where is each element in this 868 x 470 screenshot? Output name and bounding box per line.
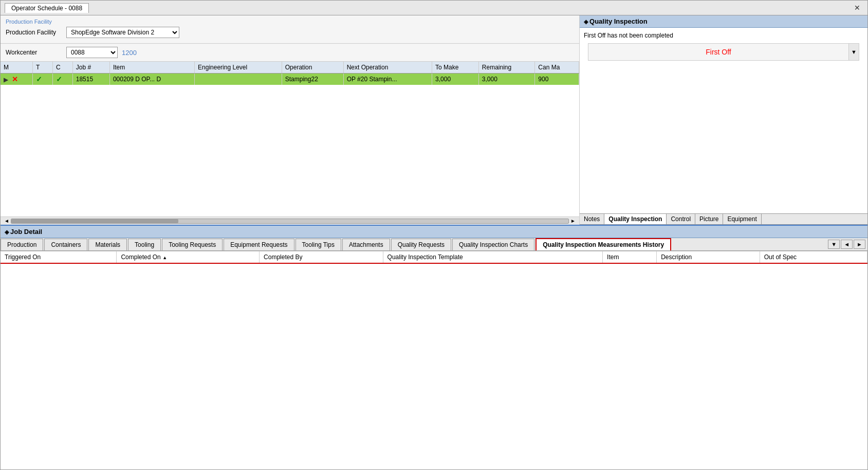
measurements-table-container: Triggered On Completed On ▲ Completed By… [1, 251, 867, 264]
table-row[interactable]: ▶ ✕ ✓ ✓ 18515 000209 D OP... D Stamping2… [1, 74, 579, 85]
tab-tooling[interactable]: Tooling [128, 239, 161, 250]
close-button[interactable]: ✕ [851, 3, 863, 13]
tab-equipment-requests[interactable]: Equipment Requests [224, 239, 294, 250]
tab-tooling-tips[interactable]: Tooling Tips [296, 239, 341, 250]
title-bar-left: Operator Schedule - 0088 [5, 3, 89, 13]
title-tab: Operator Schedule - 0088 [5, 3, 89, 13]
right-tabs: Notes Quality Inspection Control Picture… [580, 213, 867, 225]
tab-tooling-requests[interactable]: Tooling Requests [162, 239, 223, 250]
first-off-message: First Off has not been completed [584, 32, 863, 39]
workcenter-input[interactable]: 0088 [66, 47, 118, 58]
tab-quality-inspection[interactable]: Quality Inspection [604, 214, 667, 224]
col-completed-on: Completed On ▲ [117, 251, 260, 263]
tab-equipment[interactable]: Equipment [723, 214, 761, 224]
cell-t: ✓ [32, 74, 52, 85]
scroll-right-arrow[interactable]: ► [569, 218, 577, 224]
cell-next-op: OP #20 Stampin... [343, 74, 432, 85]
tab-quality-inspection-charts[interactable]: Quality Inspection Charts [452, 239, 534, 250]
tab-nav-left[interactable]: ◄ [841, 240, 853, 249]
tab-picture[interactable]: Picture [695, 214, 723, 224]
window-title: Operator Schedule - 0088 [11, 5, 82, 12]
tab-notes[interactable]: Notes [580, 214, 604, 224]
tab-nav-buttons: ▼ ◄ ► [828, 240, 867, 249]
quality-inspection-header: Quality Inspection [580, 15, 867, 28]
tab-attachments[interactable]: Attachments [342, 239, 390, 250]
col-can-make: Can Ma [535, 62, 579, 74]
tab-quality-inspection-measurements[interactable]: Quality Inspection Measurements History [535, 238, 671, 250]
tab-production[interactable]: Production [1, 239, 43, 250]
main-window: Operator Schedule - 0088 ✕ Production Fa… [0, 0, 868, 470]
grid-header-row: M T C Job # Item Engineering Level Opera… [1, 62, 579, 74]
section-label: Production Facility [6, 19, 574, 25]
col-eng-level: Engineering Level [195, 62, 282, 74]
tab-materials[interactable]: Materials [88, 239, 127, 250]
bottom-tabs: Production Containers Materials Tooling … [1, 238, 867, 251]
tab-nav-right[interactable]: ► [854, 240, 865, 249]
facility-dropdown[interactable]: ShopEdge Software Division 2 [66, 27, 179, 38]
workcenter-label: Workcenter [6, 49, 62, 56]
scroll-thumb[interactable] [11, 219, 178, 223]
tab-control[interactable]: Control [667, 214, 695, 224]
quality-inspection-content: First Off has not been completed First O… [580, 28, 867, 213]
sort-arrow-icon: ▲ [162, 255, 167, 260]
cell-job-num: 18515 [72, 74, 109, 85]
first-off-button[interactable]: First Off [588, 44, 848, 60]
col-to-make: To Make [432, 62, 479, 74]
job-detail-title: Job Detail [10, 228, 42, 236]
workcenter-row: Workcenter 0088 1200 [1, 44, 579, 62]
tab-nav-down[interactable]: ▼ [828, 240, 840, 249]
cell-m: ▶ ✕ [1, 74, 32, 85]
measurements-header-row: Triggered On Completed On ▲ Completed By… [1, 251, 867, 263]
check-icon-c: ✓ [56, 75, 62, 83]
col-item: Item [603, 251, 657, 263]
check-icon-t: ✓ [36, 75, 42, 83]
col-next-op: Next Operation [343, 62, 432, 74]
col-operation: Operation [282, 62, 343, 74]
right-panel: Quality Inspection First Off has not bee… [580, 15, 867, 225]
col-c: C [52, 62, 72, 74]
left-panel: Production Facility Production Facility … [1, 15, 580, 225]
grid-container: M T C Job # Item Engineering Level Opera… [1, 62, 579, 216]
cell-eng-level [195, 74, 282, 85]
col-item: Item [109, 62, 194, 74]
cell-item: 000209 D OP... D [109, 74, 194, 85]
title-bar: Operator Schedule - 0088 ✕ [1, 1, 867, 15]
workcenter-link[interactable]: 1200 [122, 49, 137, 57]
facility-label: Production Facility [6, 29, 62, 36]
production-facility-section: Production Facility Production Facility … [1, 15, 579, 44]
cell-to-make: 3,000 [432, 74, 479, 85]
first-off-area: First Off ▼ [588, 43, 859, 61]
col-triggered-on: Triggered On [1, 251, 117, 263]
scroll-left-arrow[interactable]: ◄ [3, 218, 11, 224]
horizontal-scrollbar[interactable]: ◄ ► [1, 216, 579, 225]
cell-can-make: 900 [535, 74, 579, 85]
cell-operation: Stamping22 [282, 74, 343, 85]
cell-c: ✓ [52, 74, 72, 85]
job-detail-header: Job Detail [1, 226, 867, 238]
col-completed-by: Completed By [260, 251, 383, 263]
col-job: Job # [72, 62, 109, 74]
bottom-empty-content [1, 264, 867, 469]
facility-row: Production Facility ShopEdge Software Di… [6, 27, 574, 38]
col-remaining: Remaining [478, 62, 534, 74]
scroll-track[interactable] [11, 219, 569, 224]
col-out-of-spec: Out of Spec [760, 251, 867, 263]
first-off-dropdown-arrow[interactable]: ▼ [848, 44, 859, 60]
main-content: Production Facility Production Facility … [1, 15, 867, 225]
tab-containers[interactable]: Containers [44, 239, 87, 250]
quality-inspection-title: Quality Inspection [589, 17, 648, 25]
measurements-table: Triggered On Completed On ▲ Completed By… [1, 251, 867, 264]
job-grid: M T C Job # Item Engineering Level Opera… [1, 62, 579, 85]
x-icon: ✕ [12, 75, 18, 83]
row-arrow-icon: ▶ [4, 76, 8, 83]
tab-quality-requests[interactable]: Quality Requests [391, 239, 451, 250]
col-qi-template: Quality Inspection Template [383, 251, 603, 263]
col-m: M [1, 62, 32, 74]
col-description: Description [657, 251, 760, 263]
col-t: T [32, 62, 52, 74]
cell-remaining: 3,000 [478, 74, 534, 85]
bottom-section: Job Detail Production Containers Materia… [1, 225, 867, 469]
